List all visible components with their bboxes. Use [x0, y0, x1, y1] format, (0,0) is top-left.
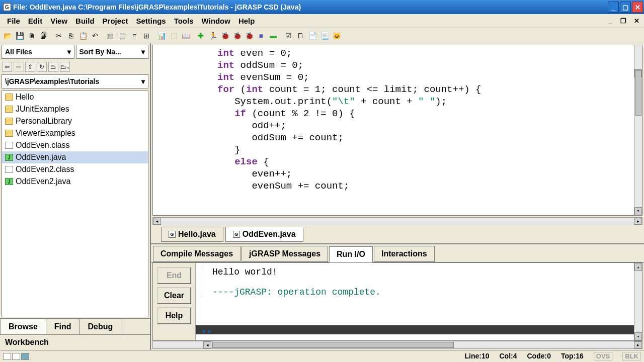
csd-remove-icon[interactable]: ▥ — [117, 30, 128, 41]
check-icon[interactable]: ☑ — [283, 30, 294, 41]
menu-project[interactable]: Project — [99, 15, 132, 27]
file-tree-label: OddEven.java — [16, 153, 66, 162]
nav-home-icon[interactable]: 🗀 — [48, 62, 58, 72]
scroll-thumb[interactable] — [212, 342, 454, 348]
debug3-icon[interactable]: 🐞 — [244, 30, 255, 41]
menu-settings[interactable]: Settings — [132, 15, 170, 27]
editor-tab-hello[interactable]: G Hello.java — [161, 227, 223, 242]
cut-icon[interactable]: ✂ — [53, 30, 64, 41]
run-icon[interactable]: 🏃 — [207, 30, 218, 41]
menu-edit[interactable]: Edit — [24, 15, 46, 27]
file-tree-item[interactable]: OddEven2.class — [2, 163, 148, 175]
uml-icon[interactable]: ⬚ — [168, 30, 179, 41]
close-button[interactable]: ✕ — [632, 2, 643, 13]
csd-gen-icon[interactable]: ▦ — [105, 30, 116, 41]
doc-icon[interactable]: 🗒 — [295, 30, 306, 41]
path-select[interactable]: \jGRASP\examples\Tutorials ▾ — [2, 74, 148, 88]
compile-icon[interactable]: ✚ — [195, 30, 206, 41]
nav-forward-icon[interactable]: ⇨ — [14, 62, 24, 72]
browse-tab[interactable]: Browse — [0, 319, 46, 334]
file-tree-item[interactable]: Hello — [2, 91, 148, 103]
file-tree-label: ViewerExamples — [16, 129, 75, 138]
workbench-tab[interactable]: Workbench — [0, 334, 150, 350]
doc2-icon[interactable]: 📄 — [307, 30, 318, 41]
mdi-close-icon[interactable]: ✕ — [632, 17, 641, 26]
status-blk[interactable]: BLK — [622, 352, 641, 360]
file-tree-label: OddEven2.class — [16, 165, 74, 174]
menu-window[interactable]: Window — [198, 15, 234, 27]
status-icon-3[interactable] — [21, 353, 29, 360]
scroll-down-icon[interactable]: ▾ — [634, 332, 642, 340]
file-tree-item[interactable]: JUnitExamples — [2, 103, 148, 115]
copy-icon[interactable]: ⎘ — [65, 30, 76, 41]
scroll-thumb[interactable] — [635, 70, 641, 116]
help-button[interactable]: Help — [157, 307, 191, 324]
file-tree-item[interactable]: ViewerExamples — [2, 127, 148, 139]
tab-interactions[interactable]: Interactions — [374, 246, 435, 262]
paste-icon[interactable]: 📋 — [77, 30, 89, 41]
tab-jgrasp-messages[interactable]: jGRASP Messages — [242, 246, 328, 262]
scroll-down-icon[interactable]: ▾ — [634, 207, 642, 215]
tab-run-io[interactable]: Run I/O — [329, 246, 373, 262]
file-tree-item[interactable]: PersonalLibrary — [2, 115, 148, 127]
code-editor[interactable]: int even = 0; int oddSum = 0; int evenSu… — [152, 45, 642, 216]
io-vscrollbar[interactable]: ▴ ▾ — [634, 263, 642, 340]
run2-icon[interactable]: ▬ — [268, 30, 279, 41]
find-tab[interactable]: Find — [46, 319, 80, 334]
scroll-up-icon[interactable]: ▴ — [634, 263, 642, 271]
book-icon[interactable]: 📖 — [180, 30, 191, 41]
linenum-icon[interactable]: ≡ — [129, 30, 140, 41]
scroll-right-icon[interactable]: ▸ — [634, 218, 642, 225]
stop-icon[interactable]: ■ — [256, 30, 267, 41]
end-button[interactable]: End — [157, 267, 191, 284]
mdi-minimize-icon[interactable]: _ — [606, 17, 615, 26]
clear-button[interactable]: Clear — [157, 287, 191, 304]
scroll-left-icon[interactable]: ◂ — [203, 341, 211, 348]
status-ovs[interactable]: OVS — [594, 352, 612, 360]
tab-compile-messages[interactable]: Compile Messages — [153, 246, 240, 262]
folder-icon — [5, 118, 13, 125]
menubar: File Edit View Build Project Settings To… — [0, 14, 644, 28]
io-hscrollbar[interactable]: ◂ ▸ — [152, 341, 642, 349]
doc3-icon[interactable]: 📃 — [319, 30, 330, 41]
nav-back-icon[interactable]: ⇦ — [2, 62, 12, 72]
nav-newfolder-icon[interactable]: 🗀₊ — [60, 62, 70, 72]
mdi-restore-icon[interactable]: ❐ — [619, 17, 628, 26]
menu-help[interactable]: Help — [234, 15, 259, 27]
sort-select[interactable]: Sort By Na... ▾ — [76, 45, 149, 59]
file-tree-item[interactable]: OddEven.class — [2, 139, 148, 151]
editor-tab-oddeven[interactable]: G OddEven.java — [225, 227, 303, 242]
file-tree-item[interactable]: JOddEven.java — [2, 151, 148, 163]
menu-tools[interactable]: Tools — [170, 15, 198, 27]
nav-refresh-icon[interactable]: ↻ — [37, 62, 47, 72]
scroll-left-icon[interactable]: ◂ — [153, 218, 161, 225]
file-tree-item[interactable]: JOddEven2.java — [2, 175, 148, 188]
debug-tab[interactable]: Debug — [79, 319, 122, 334]
fold-icon[interactable]: ⊞ — [141, 30, 152, 41]
editor-vscrollbar[interactable]: ▴ ▾ — [634, 45, 642, 215]
open-icon[interactable]: 📂 — [2, 30, 13, 41]
saveall-icon[interactable]: 🗎 — [26, 30, 37, 41]
status-icon-2[interactable] — [12, 353, 20, 360]
toolbar: 📂 💾 🗎 🗐 ✂ ⎘ 📋 ↶ ▦ ▥ ≡ ⊞ 📊 ⬚ 📖 ✚ 🏃 🐞 🐞 🐞 … — [0, 28, 644, 43]
debug2-icon[interactable]: 🐞 — [231, 30, 243, 41]
io-output[interactable]: Hello world! ----jGRASP: operation compl… — [196, 263, 642, 340]
menu-build[interactable]: Build — [71, 15, 99, 27]
nav-up-icon[interactable]: ⇧ — [25, 62, 35, 72]
status-icon-1[interactable] — [3, 353, 11, 360]
minimize-button[interactable]: _ — [608, 2, 619, 13]
debug-icon[interactable]: 🐞 — [219, 30, 230, 41]
maximize-button[interactable]: ▢ — [620, 2, 631, 13]
menu-view[interactable]: View — [46, 15, 71, 27]
file-filter-select[interactable]: All Files ▾ — [2, 45, 74, 59]
file-tree[interactable]: HelloJUnitExamplesPersonalLibraryViewerE… — [2, 90, 148, 317]
save-icon[interactable]: 💾 — [14, 30, 25, 41]
java-file-icon: G — [233, 231, 240, 238]
multisave-icon[interactable]: 🗐 — [38, 30, 49, 41]
scroll-right-icon[interactable]: ▸ — [634, 341, 642, 348]
cat-icon[interactable]: 🐱 — [331, 30, 342, 41]
chart-icon[interactable]: 📊 — [156, 30, 167, 41]
menu-file[interactable]: File — [3, 15, 24, 27]
undo-icon[interactable]: ↶ — [90, 30, 101, 41]
editor-hscrollbar[interactable]: ◂ ▸ — [152, 217, 642, 225]
